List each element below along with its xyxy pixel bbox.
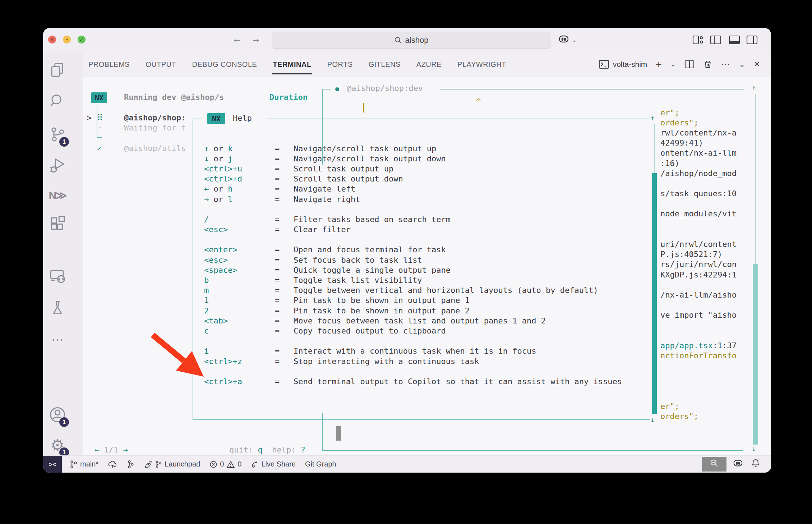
copilot-status-button[interactable]: [732, 458, 744, 470]
output-pane2-line: rwl/content/nx-a: [660, 128, 752, 138]
scroll-down-icon[interactable]: ↓: [650, 415, 655, 424]
scroll-down-icon[interactable]: ↓: [752, 444, 756, 453]
terminal-cursor: [363, 103, 364, 112]
additional-views-ellipsis-icon[interactable]: ⋯: [47, 329, 68, 350]
output-pane2-blank-line: [660, 371, 752, 381]
close-panel-button[interactable]: ✕: [754, 60, 760, 69]
output-pane2-blank-line: [660, 320, 752, 330]
help-box-border-top-stub: [193, 119, 202, 119]
copilot-icon: [732, 458, 744, 470]
help-row-blank: [204, 336, 622, 346]
git-branch-button[interactable]: main*: [70, 460, 98, 469]
tab-terminal[interactable]: TERMINAL: [273, 60, 311, 69]
sidebar-item-run-debug[interactable]: [47, 155, 68, 176]
new-terminal-button[interactable]: +: [656, 59, 661, 70]
output-pane-bullet-icon: ●: [335, 85, 339, 92]
help-box-border-bottom: [193, 419, 650, 420]
output-pane2-line: orders";: [660, 118, 752, 128]
split-terminal-button[interactable]: [684, 60, 695, 69]
output-pane-border-left-lower: [322, 413, 323, 450]
command-center-search[interactable]: aishop: [272, 32, 550, 49]
footer-hints: quit: q help: ?: [229, 445, 305, 454]
notifications-button[interactable]: [751, 459, 760, 470]
problems-counter[interactable]: 0 0: [209, 460, 241, 468]
output-pane2-line: s/task_queues:10: [660, 189, 752, 199]
help-row-blank: [204, 235, 622, 245]
sidebar-item-testing[interactable]: [47, 297, 68, 319]
output-pane2-line: P.js:40521:7): [660, 249, 752, 259]
minimize-window-button[interactable]: −: [63, 36, 71, 43]
activity-bar: 1 N≫ ⋯ 1 ⚙ 1: [43, 52, 83, 456]
zoom-window-button[interactable]: ⤢: [78, 36, 86, 43]
help-row: <ctrl>+a=Send terminal output to Copilot…: [204, 376, 622, 386]
more-actions-button[interactable]: ⋯: [721, 59, 730, 70]
inner-scrollbar-track[interactable]: [654, 124, 655, 173]
chevron-down-icon: ⌄: [572, 37, 577, 43]
navigate-back-button[interactable]: ←: [232, 33, 242, 45]
live-share-button[interactable]: Live Share: [251, 460, 296, 468]
outer-scrollbar-track[interactable]: [755, 94, 756, 264]
git-graph-view-button[interactable]: [126, 460, 134, 469]
output-pane2-line: uri/nrwl/content: [660, 239, 752, 249]
sidebar-item-nx-console[interactable]: N≫: [47, 184, 68, 206]
scroll-up-icon[interactable]: ↑: [650, 114, 655, 122]
tab-playwright[interactable]: PLAYWRIGHT: [457, 60, 506, 69]
pager-right-arrow-icon[interactable]: →: [123, 445, 128, 454]
tab-debug-console[interactable]: DEBUG CONSOLE: [192, 60, 257, 69]
sync-changes-button[interactable]: [108, 460, 117, 468]
help-row: <ctrl>+d=Scroll task output down: [204, 174, 622, 184]
inner-scrollbar-thumb[interactable]: [652, 173, 657, 414]
settings-button[interactable]: ⚙ 1: [47, 434, 68, 456]
help-row: ↓ or j=Navigate/scroll task output down: [204, 153, 622, 164]
tab-azure[interactable]: AZURE: [416, 60, 442, 69]
sidebar-item-explorer[interactable]: [47, 59, 68, 81]
error-count: 0: [220, 460, 224, 468]
help-row: m=Toggle between vertical and horizontal…: [204, 285, 622, 295]
terminal-dropdown-chevron-icon[interactable]: ⌄: [670, 60, 676, 68]
accounts-button[interactable]: 1: [47, 404, 68, 426]
navigate-forward-button[interactable]: →: [251, 33, 261, 45]
launchpad-button[interactable]: Launchpad: [144, 460, 200, 469]
task-spinner-icon: ⠿: [97, 113, 103, 122]
output-pane2-line: /aishop/node_mod: [660, 168, 752, 178]
git-graph-status-button[interactable]: Git Graph: [305, 460, 336, 468]
sidebar-item-source-control[interactable]: 1: [47, 124, 68, 145]
help-row: c=Copy focused output to clipboard: [204, 326, 622, 336]
output-pane-border-top: [440, 89, 744, 89]
terminal-instance-selector[interactable]: volta-shim: [599, 60, 647, 69]
help-row: ↑ or k=Navigate/scroll task output up: [204, 143, 622, 153]
output-pane2-line: er";: [660, 107, 752, 118]
help-row: → or l=Navigate right: [204, 194, 622, 204]
output-pane2-blank-line: [660, 330, 752, 340]
close-window-button[interactable]: ✕: [48, 36, 56, 43]
maximize-panel-chevron-icon[interactable]: ⌄: [739, 60, 745, 69]
toggle-panel-button[interactable]: [728, 35, 741, 46]
copilot-menu-button[interactable]: ⌄: [558, 34, 577, 46]
toggle-primary-sidebar-button[interactable]: [710, 35, 722, 46]
search-icon: [394, 36, 402, 44]
zoom-out-status-button[interactable]: [702, 457, 726, 472]
pager-left-arrow-icon[interactable]: ←: [94, 445, 99, 454]
output-block-cursor: [336, 426, 341, 441]
sidebar-item-extensions[interactable]: [47, 213, 68, 234]
help-row: 2=Pin task to be shown in output pane 2: [204, 305, 622, 316]
tab-ports[interactable]: PORTS: [327, 60, 353, 69]
sidebar-item-remote-explorer[interactable]: [47, 265, 68, 287]
tab-output[interactable]: OUTPUT: [146, 60, 176, 69]
task-row-name[interactable]: @aishop/utils: [124, 144, 186, 153]
outer-scrollbar-thumb[interactable]: [753, 264, 758, 445]
scroll-up-icon[interactable]: ↑: [752, 83, 756, 92]
toggle-secondary-sidebar-button[interactable]: [746, 35, 758, 46]
tab-gitlens[interactable]: GITLENS: [369, 60, 401, 69]
sidebar-item-search[interactable]: [47, 90, 68, 112]
help-row: /=Filter tasks based on search term: [204, 214, 622, 224]
task-status-dot-icon: ·: [98, 123, 102, 132]
pager-control[interactable]: ← 1/1 →: [94, 445, 128, 454]
task-row-chevron: >: [87, 113, 92, 122]
customize-layout-button[interactable]: [692, 35, 704, 46]
remote-indicator-button[interactable]: ><: [43, 456, 62, 473]
task-row-name[interactable]: @aishop/shop:: [124, 113, 186, 122]
tab-problems[interactable]: PROBLEMS: [88, 60, 130, 69]
warning-triangle-icon: [226, 460, 235, 468]
kill-terminal-trash-button[interactable]: [703, 60, 712, 69]
